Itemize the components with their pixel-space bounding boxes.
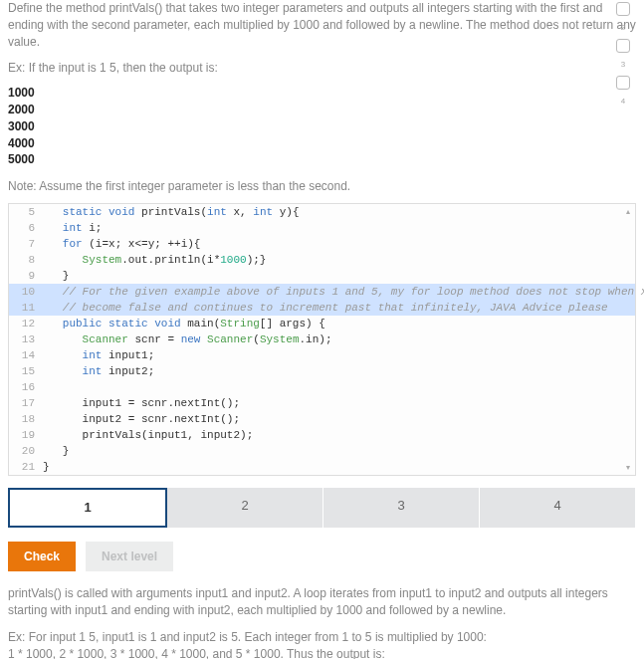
code-line[interactable]: 12 public static void main(String[] args… — [9, 316, 635, 331]
code-text[interactable]: // become false and continues to increme… — [43, 300, 635, 316]
tab-4[interactable]: 4 — [480, 488, 636, 528]
check-button[interactable]: Check — [8, 542, 76, 571]
code-line[interactable]: 21} — [9, 459, 635, 475]
code-text[interactable]: Scanner scnr = new Scanner(System.in); — [43, 331, 635, 347]
line-number: 15 — [9, 363, 43, 379]
code-text[interactable]: printVals(input1, input2); — [43, 427, 635, 443]
test-tabs: 1234 — [8, 488, 636, 528]
line-number: 21 — [9, 459, 43, 475]
scrollbar[interactable]: ▴ ▾ — [623, 206, 633, 473]
code-line[interactable]: 11 // become false and continues to incr… — [9, 300, 635, 316]
line-number: 20 — [9, 443, 43, 459]
chevron-down-icon[interactable]: ▾ — [626, 462, 630, 473]
line-number: 6 — [9, 220, 43, 236]
step-box-icon[interactable] — [616, 2, 630, 16]
step-box-icon[interactable] — [616, 76, 630, 90]
side-step-icons: 2 3 4 — [616, 2, 630, 108]
code-text[interactable]: for (i=x; x<=y; ++i){ — [43, 236, 635, 252]
code-line[interactable]: 7 for (i=x; x<=y; ++i){ — [9, 236, 635, 252]
step-num: 4 — [621, 96, 625, 107]
line-number: 11 — [9, 300, 43, 316]
line-number: 8 — [9, 252, 43, 268]
code-line[interactable]: 18 input2 = scnr.nextInt(); — [9, 411, 635, 427]
line-number: 18 — [9, 411, 43, 427]
code-text[interactable]: input1 = scnr.nextInt(); — [43, 395, 635, 411]
step-num: 2 — [621, 22, 625, 33]
problem-description: Define the method printVals() that takes… — [8, 0, 636, 50]
line-number: 13 — [9, 331, 43, 347]
code-line[interactable]: 15 int input2; — [9, 363, 635, 379]
code-line[interactable]: 10 // For the given example above of inp… — [9, 284, 635, 300]
line-number: 12 — [9, 316, 43, 331]
code-text[interactable]: static void printVals(int x, int y){ — [43, 204, 635, 220]
code-text[interactable]: input2 = scnr.nextInt(); — [43, 411, 635, 427]
line-number: 17 — [9, 395, 43, 411]
code-text[interactable] — [43, 379, 635, 395]
code-line[interactable]: 19 printVals(input1, input2); — [9, 427, 635, 443]
code-line[interactable]: 17 input1 = scnr.nextInt(); — [9, 395, 635, 411]
code-text[interactable]: public static void main(String[] args) { — [43, 316, 635, 331]
tab-3[interactable]: 3 — [323, 488, 480, 528]
line-number: 10 — [9, 284, 43, 300]
code-text[interactable]: // For the given example above of inputs… — [43, 284, 644, 300]
line-number: 19 — [9, 427, 43, 443]
step-num: 3 — [621, 59, 625, 70]
code-line[interactable]: 20 } — [9, 443, 635, 459]
line-number: 16 — [9, 379, 43, 395]
example-lead: Ex: If the input is 1 5, then the output… — [8, 60, 636, 77]
code-text[interactable]: int input1; — [43, 347, 635, 363]
example-output: 1000 2000 3000 4000 5000 — [8, 85, 636, 168]
code-text[interactable]: int i; — [43, 220, 635, 236]
code-editor[interactable]: 5 static void printVals(int x, int y){6 … — [8, 203, 636, 476]
code-line[interactable]: 9 } — [9, 268, 635, 284]
explanation-1: printVals() is called with arguments inp… — [8, 585, 636, 619]
tab-2[interactable]: 2 — [167, 488, 323, 528]
code-text[interactable]: } — [43, 459, 635, 475]
line-number: 14 — [9, 347, 43, 363]
line-number: 5 — [9, 204, 43, 220]
line-number: 7 — [9, 236, 43, 252]
code-text[interactable]: int input2; — [43, 363, 635, 379]
step-box-icon[interactable] — [616, 39, 630, 53]
code-line[interactable]: 13 Scanner scnr = new Scanner(System.in)… — [9, 331, 635, 347]
code-line[interactable]: 14 int input1; — [9, 347, 635, 363]
line-number: 9 — [9, 268, 43, 284]
explanation-2: Ex: For input 1 5, input1 is 1 and input… — [8, 629, 636, 659]
code-line[interactable]: 8 System.out.println(i*1000);} — [9, 252, 635, 268]
tab-1[interactable]: 1 — [8, 488, 167, 528]
code-text[interactable]: System.out.println(i*1000);} — [43, 252, 635, 268]
code-line[interactable]: 6 int i; — [9, 220, 635, 236]
chevron-up-icon[interactable]: ▴ — [626, 206, 630, 217]
code-text[interactable]: } — [43, 268, 635, 284]
code-text[interactable]: } — [43, 443, 635, 459]
next-level-button: Next level — [86, 542, 173, 571]
code-line[interactable]: 16 — [9, 379, 635, 395]
problem-note: Note: Assume the first integer parameter… — [8, 178, 636, 195]
code-line[interactable]: 5 static void printVals(int x, int y){ — [9, 204, 635, 220]
